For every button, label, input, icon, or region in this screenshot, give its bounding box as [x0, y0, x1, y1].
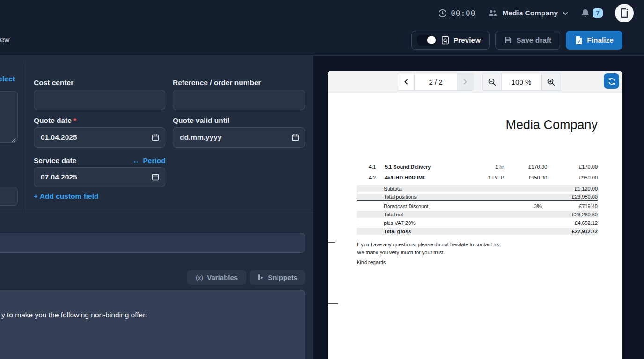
refresh-preview-button[interactable] [604, 73, 619, 89]
vertical-divider [26, 61, 26, 213]
preview-label: Preview [454, 36, 481, 44]
topbar: 00:00 Media Company [0, 0, 644, 26]
quote-date-label: Quote date* [34, 116, 76, 125]
team-icon [488, 9, 498, 17]
bell-icon [581, 8, 590, 18]
notification-badge: 7 [593, 8, 603, 18]
pdf-preview-panel: 2 / 2 100 % [328, 71, 622, 359]
add-custom-field-link[interactable]: + Add custom field [34, 192, 99, 201]
subject-input[interactable] [0, 233, 305, 253]
quote-form-panel: Select Cost center Reference / order num… [0, 55, 313, 359]
pager: 2 / 2 [398, 73, 474, 91]
chevron-left-icon [403, 79, 409, 85]
session-timer: 00:00 [438, 9, 476, 18]
zoom-controls: 100 % [482, 73, 561, 91]
fold-mark [328, 242, 335, 243]
page-indicator[interactable]: 2 / 2 [415, 73, 457, 91]
finalize-doc-check-icon [575, 36, 583, 45]
action-bar: ew Preview Save draft [0, 26, 644, 56]
calendar-icon[interactable] [152, 134, 159, 141]
service-date-label: Service date [34, 157, 76, 165]
quote-date-input[interactable] [34, 127, 165, 148]
reference-input[interactable] [173, 90, 305, 110]
doc-total-row: Total positions£23,980.00 [357, 194, 598, 201]
doc-item-row: 4.15.1 Sound Delivery1 hr£170.00£170.00 [369, 164, 598, 170]
magnifier-minus-icon [488, 78, 497, 86]
cost-center-label: Cost center [34, 79, 73, 87]
preview-doc-icon [441, 36, 449, 45]
zoom-out-button[interactable] [483, 73, 501, 90]
period-link[interactable]: ↔ Period [132, 157, 166, 165]
doc-total-rows: Subtotal£1,120.00Total positions£23,980.… [357, 185, 598, 236]
calendar-icon[interactable] [292, 134, 299, 141]
left-right-arrow-icon: ↔ [132, 157, 140, 165]
finalize-label: Finalize [587, 36, 614, 44]
variables-icon: (x) [196, 274, 203, 281]
magnifier-plus-icon [547, 78, 556, 86]
refresh-icon [607, 77, 616, 86]
clock-icon [438, 9, 447, 18]
resize-handle-icon[interactable] [11, 136, 16, 141]
snippets-icon [257, 274, 264, 281]
closing-line: If you have any questions, please do not… [357, 241, 500, 249]
offer-textarea[interactable]: y to make you the following non-binding … [0, 290, 305, 359]
snippets-button[interactable]: Snippets [250, 270, 305, 285]
calendar-icon[interactable] [152, 173, 159, 181]
select-link[interactable]: Select [0, 75, 15, 83]
finalize-button[interactable]: Finalize [566, 31, 622, 50]
save-draft-button[interactable]: Save draft [495, 31, 560, 50]
save-draft-label: Save draft [516, 36, 551, 44]
toggle-knob [427, 36, 436, 44]
chevron-right-icon [462, 79, 468, 85]
zoom-level: 100 % [501, 73, 542, 90]
preview-toggle[interactable] [417, 35, 437, 46]
pdf-toolbar: 2 / 2 100 % [328, 71, 622, 93]
app-root: 00:00 Media Company [0, 0, 644, 359]
required-asterisk: * [73, 116, 76, 124]
doc-total-row: Boradcast Discount3%-£719.40 [357, 202, 598, 209]
section-divider [0, 213, 313, 213]
left-cut-button[interactable] [0, 187, 18, 206]
subject-field-wrap [0, 233, 305, 253]
doc-total-row: Total gross£27,912.72 [357, 228, 598, 235]
cost-center-input[interactable] [34, 90, 165, 110]
doc-total-row: Total net£23,260.60 [357, 211, 598, 218]
prev-page-button[interactable] [398, 73, 415, 91]
fold-mark [328, 303, 338, 304]
page-title: ew [0, 36, 9, 44]
doc-total-row: plus VAT 20%£4,652.12 [357, 219, 598, 226]
main-content: Select Cost center Reference / order num… [0, 55, 644, 359]
variables-button[interactable]: (x) Variables [187, 270, 246, 285]
company-switcher[interactable]: Media Company [488, 9, 569, 17]
zoom-in-button[interactable] [542, 73, 560, 90]
doc-total-row: Subtotal£1,120.00 [357, 185, 598, 192]
offer-text: y to make you the following non-binding … [1, 311, 147, 319]
service-date-input[interactable] [34, 167, 165, 187]
company-name: Media Company [502, 9, 558, 17]
recipient-textarea[interactable] [0, 91, 18, 143]
doc-company-title: Media Company [505, 118, 598, 132]
reference-label: Reference / order number [173, 79, 261, 87]
timer-value: 00:00 [451, 9, 476, 18]
notifications-button[interactable]: 7 [581, 8, 603, 18]
avatar-logo-icon [619, 7, 629, 19]
closing-line: We thank you very much for your trust. [357, 249, 500, 257]
doc-item-rows: 4.15.1 Sound Delivery1 hr£170.00£170.004… [369, 164, 598, 185]
doc-signoff: Kind regards [357, 259, 386, 265]
doc-item-row: 4.24k/UHD HDR IMF1 P/EP£950.00£950.00 [369, 174, 598, 180]
chevron-down-icon [562, 11, 569, 15]
doc-closing-text: If you have any questions, please do not… [357, 241, 500, 257]
save-icon [504, 36, 512, 44]
avatar[interactable] [615, 4, 634, 22]
next-page-button[interactable] [457, 73, 474, 91]
quote-valid-label: Quote valid until [173, 116, 229, 125]
preview-toggle-button[interactable]: Preview [411, 31, 490, 50]
quote-valid-input[interactable] [173, 127, 305, 148]
